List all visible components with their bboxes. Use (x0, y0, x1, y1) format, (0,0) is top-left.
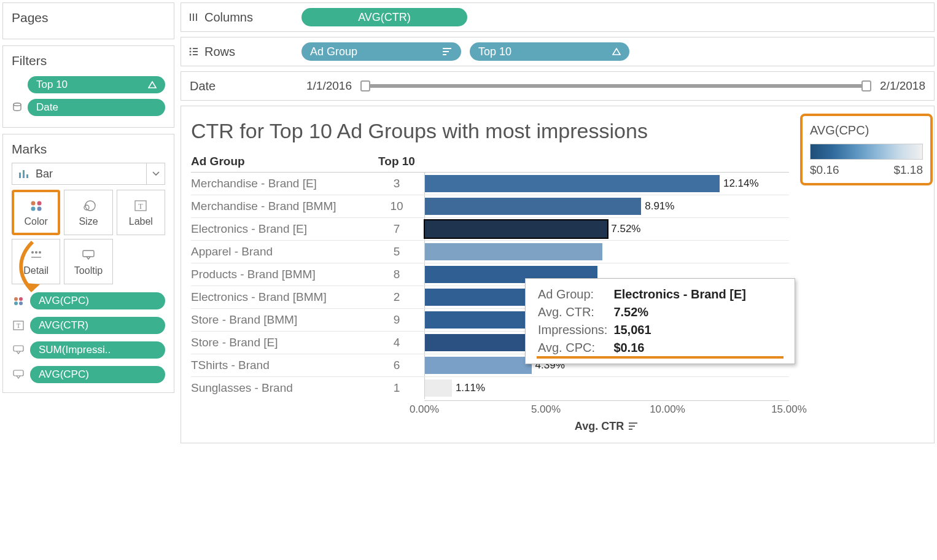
database-icon (12, 102, 23, 113)
slider-handle-start[interactable] (360, 80, 370, 91)
svg-rect-35 (443, 51, 449, 52)
row-group: Electronics - Brand [E] (191, 222, 369, 236)
date-end: 2/1/2018 (880, 79, 925, 93)
pages-card: Pages (2, 2, 174, 39)
label-t-icon: T (134, 198, 147, 214)
row-rank: 8 (369, 268, 424, 281)
mark-card-label: Tooltip (74, 265, 103, 276)
bar-wrap: 1.11% (424, 377, 789, 399)
legend-min: $0.16 (810, 163, 839, 177)
svg-point-19 (14, 301, 18, 305)
filter-pill-top10[interactable]: Top 10 (28, 76, 165, 93)
row-rank: 6 (369, 359, 424, 372)
mark-card-color[interactable]: Color (12, 190, 60, 235)
axis-tick: 15.00% (771, 403, 807, 416)
tooltip-icon (82, 247, 95, 263)
bar-label: 12.14% (723, 177, 759, 190)
col-header-rank: Top 10 (369, 155, 424, 168)
chart-row[interactable]: Electronics - Brand [E]77.52% (191, 217, 789, 240)
mark-card-label: Color (25, 216, 48, 227)
filters-card: Filters Top 10 Date (2, 45, 174, 128)
date-start: 1/1/2016 (306, 79, 352, 93)
svg-rect-37 (629, 422, 637, 424)
chart-row[interactable]: Merchandise - Brand [BMM]108.91% (191, 195, 789, 217)
annotation-underline (537, 356, 783, 359)
svg-rect-39 (629, 429, 632, 430)
chart-row[interactable]: Apparel - Brand5 (191, 240, 789, 263)
mark-card-size[interactable]: Size (64, 190, 112, 235)
bar[interactable] (425, 243, 602, 260)
columns-label: Columns (204, 10, 253, 25)
date-filter-label: Date (190, 79, 294, 93)
bar[interactable] (425, 357, 532, 374)
legend-max: $1.18 (893, 163, 923, 177)
columns-shelf[interactable]: Columns AVG(CTR) (181, 2, 935, 32)
mark-pill-impressions[interactable]: SUM(Impressi.. (30, 341, 165, 359)
row-rank: 7 (369, 222, 424, 236)
row-rank: 9 (369, 313, 424, 327)
chart-row[interactable]: Merchandise - Brand [E]312.14% (191, 172, 789, 195)
svg-point-4 (31, 201, 35, 206)
row-rank: 2 (369, 290, 424, 304)
row-rank: 4 (369, 336, 424, 349)
row-group: Store - Brand [E] (191, 336, 369, 349)
rows-shelf[interactable]: Rows Ad Group Top 10 (181, 37, 935, 66)
legend-box[interactable]: AVG(CPC) $0.16 $1.18 (803, 116, 930, 183)
mark-pill-avgctr[interactable]: AVG(CTR) (30, 317, 165, 334)
row-group: Merchandise - Brand [BMM] (191, 200, 369, 213)
mark-card-label: Detail (23, 265, 49, 276)
date-slider[interactable] (360, 84, 871, 88)
pages-label: Pages (12, 10, 165, 25)
svg-rect-36 (443, 54, 446, 55)
mark-card-label[interactable]: T Label (117, 190, 165, 235)
row-rank: 1 (369, 381, 424, 395)
tooltip-icon (12, 370, 25, 379)
svg-point-28 (190, 48, 192, 50)
chart-row[interactable]: Sunglasses - Brand11.11% (191, 376, 789, 399)
svg-point-0 (14, 103, 21, 106)
chevron-down-icon (146, 163, 165, 184)
viz-panel: CTR for Top 10 Ad Groups with most impre… (181, 106, 935, 443)
svg-rect-38 (629, 426, 635, 427)
color-dots-icon (29, 198, 43, 214)
mark-pill-avgcpc-color[interactable]: AVG(CPC) (30, 292, 165, 309)
bar-label: 8.91% (645, 200, 674, 212)
detail-icon (30, 247, 42, 263)
rows-pill-adgroup[interactable]: Ad Group (301, 42, 461, 61)
svg-rect-2 (23, 170, 25, 178)
legend-title: AVG(CPC) (810, 123, 923, 138)
svg-point-8 (85, 201, 95, 211)
bar[interactable] (425, 198, 641, 215)
bar-wrap: 12.14% (424, 173, 789, 195)
svg-point-30 (190, 51, 192, 53)
bar[interactable] (425, 379, 452, 397)
mark-card-detail[interactable]: Detail (12, 239, 60, 284)
row-group: Merchandise - Brand [E] (191, 177, 369, 190)
viz-title: CTR for Top 10 Ad Groups with most impre… (191, 119, 789, 144)
slider-handle-end[interactable] (861, 80, 871, 91)
tooltip-popup: Ad Group:Electronics - Brand [E] Avg. CT… (525, 278, 795, 364)
svg-rect-16 (83, 251, 94, 257)
svg-point-12 (31, 251, 34, 254)
svg-rect-24 (14, 370, 23, 376)
mark-type-select[interactable]: Bar (12, 163, 165, 185)
mark-card-tooltip[interactable]: Tooltip (64, 239, 112, 284)
rows-pill-top10[interactable]: Top 10 (470, 42, 629, 61)
mark-pill-avgcpc-tooltip[interactable]: AVG(CPC) (30, 366, 165, 383)
row-rank: 5 (369, 245, 424, 259)
legend-gradient (810, 144, 923, 160)
filter-pill-date[interactable]: Date (28, 99, 165, 116)
bar-wrap: 7.52% (424, 218, 789, 240)
bar[interactable] (425, 175, 720, 192)
pill-label: Top 10 (36, 79, 68, 91)
svg-point-14 (39, 251, 41, 254)
columns-pill-avgctr[interactable]: AVG(CTR) (301, 8, 467, 26)
mark-card-label: Size (79, 216, 98, 227)
svg-point-7 (37, 207, 41, 211)
row-group: Electronics - Brand [BMM] (191, 290, 369, 304)
sort-desc-icon (437, 47, 453, 56)
svg-text:T: T (139, 202, 144, 211)
pill-label: Date (36, 101, 58, 114)
axis-tick: 0.00% (410, 403, 439, 416)
bar[interactable] (425, 220, 607, 238)
